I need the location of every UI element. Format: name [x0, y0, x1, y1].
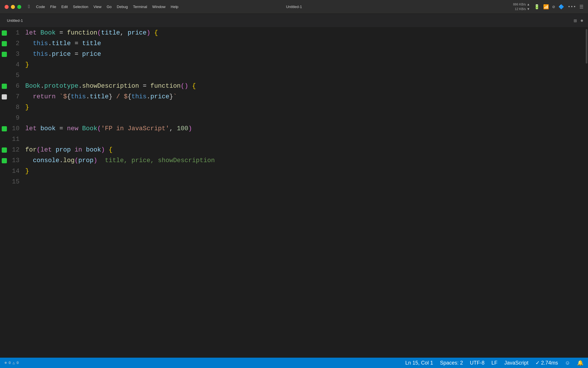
line-num-8: 8 [9, 102, 20, 113]
code-line-14: } [25, 166, 588, 177]
menu-window[interactable]: Window [152, 5, 165, 9]
tabbar-icons: ⊞ ● [574, 18, 583, 24]
line-ending[interactable]: LF [492, 360, 498, 366]
code-line-9 [25, 113, 588, 123]
dot-icon: ● [580, 18, 583, 24]
line-num-5: 5 [9, 70, 20, 81]
code-line-8: } [25, 102, 588, 113]
bp-8[interactable] [0, 102, 9, 113]
more-icon: ••• [568, 4, 576, 9]
maximize-button[interactable] [17, 5, 21, 9]
bp-5[interactable] [0, 70, 9, 81]
error-icon: ⊗ [5, 361, 7, 365]
title-bar:  Code File Edit Selection View Go Debug… [0, 0, 588, 14]
bp-11[interactable] [0, 134, 9, 145]
traffic-lights [5, 5, 21, 9]
warning-icon: △ [13, 361, 15, 365]
timing: ✓ 2.74ms [535, 360, 558, 366]
line-num-4: 4 [9, 60, 20, 70]
line-num-13: 13 [9, 155, 20, 166]
bp-9[interactable] [0, 113, 9, 123]
bp-12[interactable] [0, 145, 9, 155]
code-line-5 [25, 70, 588, 81]
scrollbar-thumb[interactable] [586, 29, 587, 64]
bp-1[interactable] [0, 28, 9, 38]
code-editor[interactable]: let Book = function(title, price) { this… [23, 28, 588, 358]
menu-help[interactable]: Help [171, 5, 179, 9]
titlebar-icons: 🔋 📶 ⊘ 🔷 ••• ☰ [534, 4, 583, 10]
line-num-14: 14 [9, 166, 20, 177]
bp-14[interactable] [0, 166, 9, 177]
line-num-12: 12 [9, 145, 20, 155]
apple-icon:  [28, 4, 31, 9]
scrollbar-track[interactable] [585, 28, 588, 358]
close-button[interactable] [5, 5, 9, 9]
line-num-15: 15 [9, 177, 20, 187]
code-line-1: let Book = function(title, price) { [25, 28, 588, 38]
language-mode[interactable]: JavaScript [504, 360, 529, 366]
indentation[interactable]: Spaces: 2 [440, 360, 463, 366]
bp-2[interactable] [0, 38, 9, 49]
network-status: 886 KB/s ▲ 12 KB/s ▼ [513, 2, 530, 11]
battery-icon: 🔋 [534, 4, 540, 10]
menu-code[interactable]: Code [36, 5, 45, 9]
line-num-2: 2 [9, 38, 20, 49]
wifi-icon: 📶 [543, 4, 549, 10]
line-num-1: 1 [9, 28, 20, 38]
menu-bar:  Code File Edit Selection View Go Debug… [28, 4, 178, 9]
editor[interactable]: 1 2 3 4 5 6 7 8 9 10 11 12 13 14 15 let … [0, 28, 588, 358]
menu-view[interactable]: View [94, 5, 102, 9]
bp-10[interactable] [0, 123, 9, 134]
bp-15[interactable] [0, 177, 9, 187]
window-title: Untitled-1 [198, 5, 390, 9]
code-line-11 [25, 134, 588, 145]
notification-icon[interactable]: 🔔 [577, 360, 583, 366]
bp-13[interactable] [0, 155, 9, 166]
menu-terminal[interactable]: Terminal [133, 5, 147, 9]
code-line-2: this.title = title [25, 38, 588, 49]
code-line-12: for(let prop in book) { [25, 145, 588, 155]
menu-edit[interactable]: Edit [61, 5, 68, 9]
breakpoint-column [0, 28, 9, 358]
code-line-10: let book = new Book('FP in JavaScript', … [25, 123, 588, 134]
errors-value: 0 [9, 361, 11, 365]
list-icon: ☰ [579, 4, 583, 10]
tab-label: Untitled-1 [7, 18, 23, 23]
line-num-11: 11 [9, 134, 20, 145]
bp-4[interactable] [0, 60, 9, 70]
line-num-3: 3 [9, 49, 20, 60]
code-line-6: Book.prototype.showDescription = functio… [25, 81, 588, 91]
line-num-6: 6 [9, 81, 20, 91]
code-line-3: this.price = price [25, 49, 588, 60]
menu-go[interactable]: Go [107, 5, 111, 9]
menu-file[interactable]: File [50, 5, 56, 9]
menu-selection[interactable]: Selection [73, 5, 88, 9]
network-up: 886 KB/s ▲ [513, 2, 530, 7]
line-num-9: 9 [9, 113, 20, 123]
feedback-icon[interactable]: ☺ [565, 360, 570, 366]
error-count[interactable]: ⊗ 0 △ 0 [5, 361, 19, 365]
bp-6[interactable] [0, 81, 9, 91]
menu-debug[interactable]: Debug [117, 5, 128, 9]
titlebar-right: 886 KB/s ▲ 12 KB/s ▼ 🔋 📶 ⊘ 🔷 ••• ☰ [390, 2, 583, 11]
code-line-15 [25, 177, 588, 187]
minimize-button[interactable] [11, 5, 15, 9]
status-bar: ⊗ 0 △ 0 Ln 15, Col 1 Spaces: 2 UTF-8 LF … [0, 358, 588, 368]
tab-untitled[interactable]: Untitled-1 [5, 18, 25, 23]
line-num-10: 10 [9, 123, 20, 134]
bp-3[interactable] [0, 49, 9, 60]
code-line-13: console.log(prop) title, price, showDesc… [25, 155, 588, 166]
code-line-7: return `${this.title} / ${this.price}` [25, 91, 588, 102]
finder-icon: 🔷 [558, 4, 564, 10]
split-editor-icon[interactable]: ⊞ [574, 18, 577, 24]
code-line-4: } [25, 60, 588, 70]
block-icon: ⊘ [552, 4, 555, 10]
cursor-position[interactable]: Ln 15, Col 1 [405, 360, 433, 366]
statusbar-right: Ln 15, Col 1 Spaces: 2 UTF-8 LF JavaScri… [405, 360, 583, 366]
line-numbers: 1 2 3 4 5 6 7 8 9 10 11 12 13 14 15 [9, 28, 23, 358]
warnings-value: 0 [16, 361, 19, 365]
network-down: 12 KB/s ▼ [513, 7, 530, 11]
tab-bar: Untitled-1 ⊞ ● [0, 14, 588, 28]
encoding[interactable]: UTF-8 [470, 360, 485, 366]
bp-7[interactable] [0, 91, 9, 102]
